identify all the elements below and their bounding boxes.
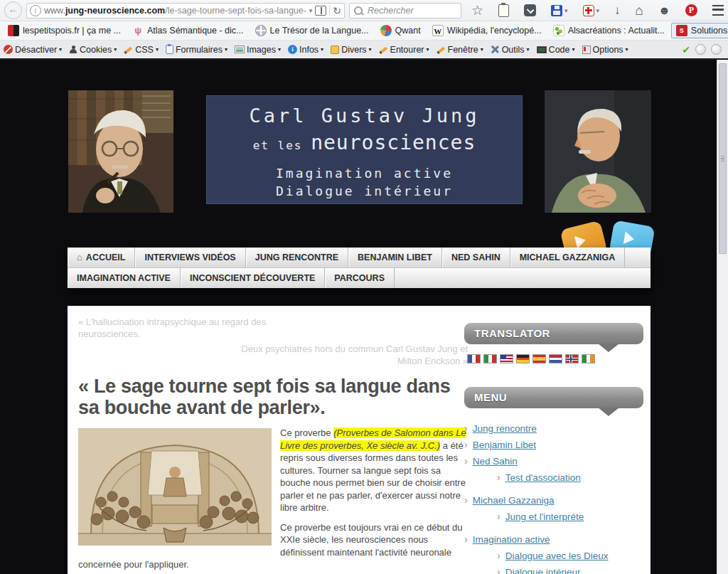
solutions-favicon: S (676, 25, 687, 36)
pocket-icon[interactable] (524, 4, 536, 16)
site-banner: Carl Gustav Jung et les neurosciences Im… (206, 95, 523, 204)
devbar-item[interactable]: Cookies▾ (69, 45, 117, 55)
chevron-right-icon: › (497, 548, 500, 564)
addon-cross-icon[interactable] (583, 5, 594, 16)
nav-item-inconscient-d-couverte[interactable]: INCONSCIENT DÉCOUVERTE (181, 268, 325, 288)
url-bar[interactable]: i www.jung-neuroscience.com/le-sage-tour… (26, 3, 345, 18)
devbar-item[interactable]: CSS▾ (124, 45, 159, 55)
site-info-icon[interactable]: i (30, 5, 41, 16)
devbar-item[interactable]: iInfos▾ (288, 45, 323, 55)
page-content: Carl Gustav Jung et les neurosciences Im… (0, 60, 728, 574)
code-icon (537, 46, 547, 53)
menu-link-jung-rencontre[interactable]: Jung rencontre (473, 420, 537, 437)
bookmark-item[interactable]: Alsacréations : Actualit... (548, 23, 670, 38)
downloads-icon[interactable]: ↓ (614, 4, 621, 16)
devbar-item[interactable]: Divers▾ (331, 45, 371, 55)
home-icon[interactable]: ⌂ (636, 4, 643, 17)
browser-window: ← i www.jung-neuroscience.com/le-sage-to… (0, 0, 728, 574)
dropdown-caret-icon: ▾ (427, 46, 429, 53)
nav-item-interviews-vid-os[interactable]: INTERVIEWS VIDÉOS (135, 248, 245, 267)
menu-link-jung-et-l-interpr-te[interactable]: Jung et l'interpréte (505, 509, 584, 525)
flag-norway-icon[interactable] (565, 354, 579, 363)
toolbar-icons: ☆ ▾ ▾ ↓ ⌂ ☻ P (471, 4, 724, 17)
bookmark-label: Qwant (395, 26, 421, 36)
flag-netherlands-icon[interactable] (549, 354, 562, 363)
valid-check-icon: ✔ (682, 44, 690, 55)
nav-item-michael-gazzaniga[interactable]: MICHAEL GAZZANIGA (510, 248, 626, 267)
bookmark-item[interactable]: Qwant (375, 23, 426, 38)
nav-item-parcours[interactable]: PARCOURS (325, 268, 395, 288)
menu-item: ›Dialogue intérieur (497, 564, 643, 574)
devbar-item[interactable]: Désactiver▾ (4, 45, 62, 55)
reader-mode-icon[interactable] (315, 6, 326, 16)
devbar-item[interactable]: Code▾ (537, 45, 575, 55)
nav-item-benjamin-libet[interactable]: BENJAMIN LIBET (348, 248, 442, 267)
nav-item-label: BENJAMIN LIBET (358, 253, 432, 262)
flag-ireland-icon[interactable] (582, 354, 595, 363)
flag-france-icon[interactable] (467, 354, 481, 363)
reload-icon[interactable]: ↻ (333, 6, 341, 16)
previous-post-link[interactable]: « L'hallucination intrapsychique au rega… (78, 316, 306, 340)
menu-hamburger-icon[interactable] (712, 5, 724, 16)
jung-portrait-left-image (68, 90, 173, 213)
bookmark-item[interactable]: Le Trésor de la Langue... (250, 23, 374, 38)
options-icon (582, 46, 591, 54)
bookmark-item[interactable]: SSolutions Numériques ... (671, 23, 728, 38)
forms-icon (166, 45, 173, 54)
chevron-right-icon: › (464, 437, 468, 453)
next-post-link[interactable]: Deux psychiatres hors du commun Carl Gus… (233, 343, 468, 367)
flag-italy-icon[interactable] (483, 354, 497, 363)
devbar-item[interactable]: Outils▾ (491, 45, 530, 55)
pinterest-icon[interactable]: P (685, 4, 697, 16)
menu-link-imagination-active[interactable]: Imagination active (473, 531, 550, 548)
menu-link-benjamin-libet[interactable]: Benjamin Libet (473, 437, 536, 453)
feedback-smiley-icon[interactable]: ☻ (658, 5, 670, 16)
nav-item-jung-rencontre[interactable]: JUNG RENCONTRE (246, 248, 348, 267)
back-button[interactable]: ← (4, 1, 22, 19)
devbar-item[interactable]: Formulaires▾ (166, 45, 228, 55)
scrollbar-thumb[interactable] (719, 63, 727, 254)
page-scrollbar[interactable] (717, 60, 728, 574)
nav-item-accueil[interactable]: ⌂ACCUEIL (68, 248, 135, 267)
bookmark-item[interactable]: ψAtlas Sémantique - dic... (127, 23, 248, 38)
save-dropdown-icon[interactable]: ▾ (564, 7, 568, 14)
sidebar-menu: ›Jung rencontre›Benjamin Libet›Ned Sahin… (464, 420, 643, 574)
menu-link-ned-sahin[interactable]: Ned Sahin (473, 453, 518, 469)
flag-germany-icon[interactable] (516, 354, 530, 363)
nav-item-imagination-active[interactable]: IMAGINATION ACTIVE (68, 268, 181, 288)
search-box[interactable] (349, 3, 461, 18)
menu-item: ›Jung et l'interpréte (497, 509, 643, 525)
addon-dropdown-icon[interactable]: ▾ (596, 7, 600, 14)
search-input[interactable] (366, 5, 456, 16)
dropdown-caret-icon: ▾ (572, 46, 575, 53)
menu-link-dialogue-int-rieur[interactable]: Dialogue intérieur (505, 564, 581, 574)
dropdown-caret-icon: ▾ (278, 46, 281, 53)
dropdown-caret-icon: ▾ (481, 46, 483, 53)
disable-icon (4, 45, 13, 54)
clipboard-icon[interactable] (498, 4, 509, 17)
bookmark-item[interactable]: WWikipédia, l'encyclopé... (427, 23, 547, 38)
flag-usa-icon[interactable] (500, 354, 513, 363)
bookmark-label: Solutions Numériques ... (691, 26, 728, 36)
nav-item-ned-sahin[interactable]: NED SAHIN (442, 248, 510, 267)
status-led-icon[interactable] (695, 44, 706, 55)
menu-item: ›Dialogue avec les Dieux (497, 548, 643, 564)
menu-link-michael-gazzaniga[interactable]: Michael Gazzaniga (473, 492, 555, 509)
article-body: Ce proverbe (Proverbes de Salomon dans L… (78, 427, 468, 574)
devbar-item[interactable]: Entourer▾ (379, 45, 429, 55)
menu-item: ›Michael Gazzaniga (464, 492, 643, 509)
urlbar-dropdown-icon[interactable]: ▾ (309, 7, 313, 14)
devbar-item[interactable]: Options▾ (582, 45, 628, 55)
devbar-item[interactable]: Fenêtre▾ (437, 45, 483, 55)
status-led-icon[interactable] (711, 44, 722, 55)
menu-item: ›Test d'association (497, 469, 643, 486)
save-page-icon[interactable] (551, 5, 562, 16)
menu-link-dialogue-avec-les-dieux[interactable]: Dialogue avec les Dieux (505, 548, 609, 564)
devbar-item[interactable]: Images▾ (235, 45, 281, 55)
flag-spain-icon[interactable] (532, 354, 546, 363)
bookmark-item[interactable]: lespetitspois.fr | ça me ... (3, 23, 126, 38)
menu-header: MENU (464, 387, 643, 408)
menu-link-test-d-association[interactable]: Test d'association (505, 469, 581, 486)
chevron-right-icon: › (464, 453, 468, 469)
bookmark-star-icon[interactable]: ☆ (471, 4, 483, 17)
